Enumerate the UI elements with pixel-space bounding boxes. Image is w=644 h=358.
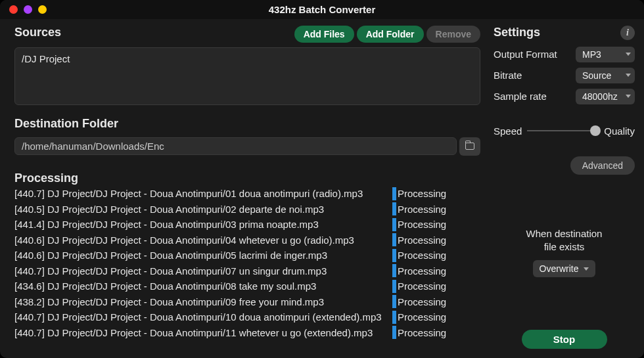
progress-bar xyxy=(392,264,396,277)
processing-path: [440.7] DJ Project/DJ Project - Doua Ano… xyxy=(14,311,392,323)
processing-row: [440.7] DJ Project/DJ Project - Doua Ano… xyxy=(14,187,480,200)
source-item[interactable]: /DJ Project xyxy=(22,53,473,64)
dest-exists-label: When destinationfile exists xyxy=(494,227,635,254)
progress-bar xyxy=(392,187,396,200)
bitrate-label: Bitrate xyxy=(494,70,522,81)
speed-quality-slider[interactable] xyxy=(527,130,599,131)
processing-status: Processing xyxy=(398,296,446,307)
progress-bar xyxy=(392,233,396,246)
processing-status: Processing xyxy=(398,327,446,338)
processing-status: Processing xyxy=(398,250,446,261)
advanced-button[interactable]: Advanced xyxy=(570,156,635,175)
chevron-down-icon xyxy=(626,95,631,98)
processing-status: Processing xyxy=(398,235,446,246)
window-title: 432hz Batch Converter xyxy=(0,4,644,15)
processing-row: [438.2] DJ Project/DJ Project - Doua Ano… xyxy=(14,295,480,308)
progress-bar xyxy=(392,280,396,293)
sample-rate-select[interactable]: 48000hz xyxy=(576,89,635,104)
processing-path: [440.7] DJ Project/DJ Project - Doua Ano… xyxy=(14,265,392,277)
minimize-icon[interactable] xyxy=(24,5,32,14)
processing-path: [440.6] DJ Project/DJ Project - Doua Ano… xyxy=(14,250,392,261)
slider-thumb[interactable] xyxy=(590,125,601,136)
progress-bar xyxy=(392,202,396,215)
destination-heading: Destination Folder xyxy=(14,117,480,131)
progress-bar xyxy=(392,311,396,324)
processing-row: [441.4] DJ Project/DJ Project - Doua Ano… xyxy=(14,218,480,231)
processing-path: [440.5] DJ Project/DJ Project - Doua Ano… xyxy=(14,204,392,215)
output-format-label: Output Format xyxy=(494,49,557,60)
sources-list[interactable]: /DJ Project xyxy=(14,47,480,105)
output-format-select[interactable]: MP3 xyxy=(576,47,635,62)
processing-path: [440.6] DJ Project/DJ Project - Doua Ano… xyxy=(14,235,392,246)
processing-path: [440.7] DJ Project/DJ Project - Doua Ano… xyxy=(14,327,392,338)
processing-row: [440.7] DJ Project/DJ Project - Doua Ano… xyxy=(14,311,480,324)
dest-exists-select[interactable]: Overwrite xyxy=(533,260,596,277)
folder-icon xyxy=(465,143,474,150)
processing-path: [440.7] DJ Project/DJ Project - Doua Ano… xyxy=(14,188,392,199)
processing-status: Processing xyxy=(398,265,446,277)
add-folder-button[interactable]: Add Folder xyxy=(357,26,424,43)
add-files-button[interactable]: Add Files xyxy=(294,26,354,43)
bitrate-select[interactable]: Source xyxy=(576,68,635,83)
processing-status: Processing xyxy=(398,219,446,230)
processing-row: [440.6] DJ Project/DJ Project - Doua Ano… xyxy=(14,233,480,246)
progress-bar xyxy=(392,326,396,339)
processing-status: Processing xyxy=(398,188,446,199)
speed-label: Speed xyxy=(494,125,522,137)
processing-status: Processing xyxy=(398,280,446,292)
processing-row: [440.6] DJ Project/DJ Project - Doua Ano… xyxy=(14,249,480,262)
processing-heading: Processing xyxy=(14,171,480,185)
browse-button[interactable] xyxy=(459,137,480,156)
destination-input[interactable]: /home/hanuman/Downloads/Enc xyxy=(14,137,457,155)
chevron-down-icon xyxy=(626,53,631,56)
processing-path: [441.4] DJ Project/DJ Project - Doua Ano… xyxy=(14,219,392,230)
stop-button[interactable]: Stop xyxy=(522,330,607,349)
maximize-icon[interactable] xyxy=(38,5,47,14)
processing-path: [434.6] DJ Project/DJ Project - Doua Ano… xyxy=(14,280,392,292)
settings-heading: Settings xyxy=(494,26,540,39)
info-icon[interactable]: i xyxy=(620,26,635,40)
sample-rate-label: Sample rate xyxy=(494,91,547,102)
chevron-down-icon xyxy=(626,74,631,77)
titlebar: 432hz Batch Converter xyxy=(0,0,644,19)
processing-status: Processing xyxy=(398,311,446,323)
progress-bar xyxy=(392,295,396,308)
quality-label: Quality xyxy=(604,125,635,137)
processing-path: [438.2] DJ Project/DJ Project - Doua Ano… xyxy=(14,296,392,307)
sources-heading: Sources xyxy=(14,26,61,39)
close-icon[interactable] xyxy=(9,5,18,14)
progress-bar xyxy=(392,218,396,231)
processing-row: [440.7] DJ Project/DJ Project - Doua Ano… xyxy=(14,326,480,339)
progress-bar xyxy=(392,249,396,262)
processing-row: [434.6] DJ Project/DJ Project - Doua Ano… xyxy=(14,280,480,293)
processing-row: [440.7] DJ Project/DJ Project - Doua Ano… xyxy=(14,264,480,277)
remove-button: Remove xyxy=(426,26,480,43)
processing-row: [440.5] DJ Project/DJ Project - Doua Ano… xyxy=(14,202,480,215)
processing-status: Processing xyxy=(398,204,446,215)
chevron-down-icon xyxy=(584,267,589,271)
